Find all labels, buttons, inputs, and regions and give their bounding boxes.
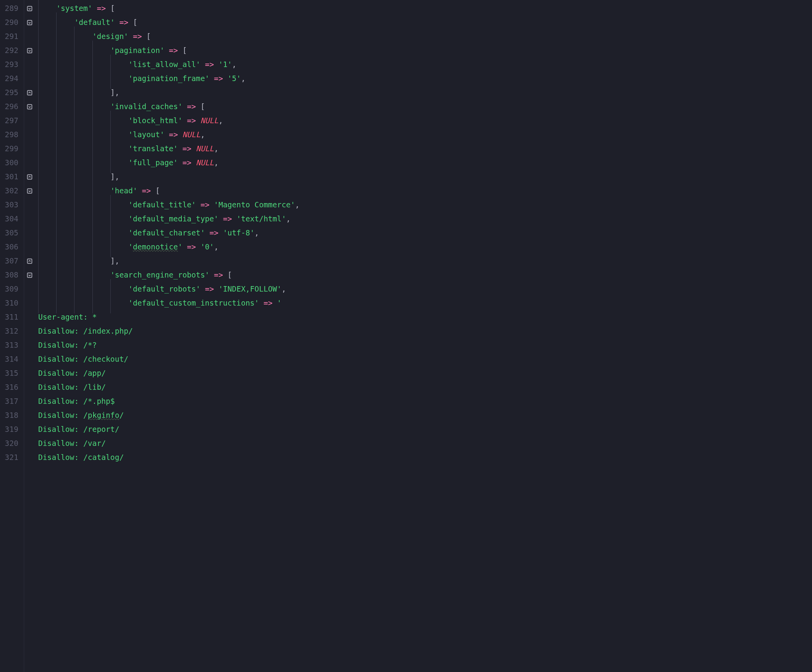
fold-toggle-icon[interactable]: [24, 44, 35, 58]
token-txt: [196, 200, 200, 209]
token-s: 'block_html': [128, 116, 183, 125]
line-number[interactable]: 294: [4, 72, 18, 86]
code-line[interactable]: Disallow: /checkout/: [38, 352, 807, 366]
code-line[interactable]: Disallow: /pkginfo/: [38, 409, 807, 423]
line-number[interactable]: 317: [4, 394, 18, 409]
line-number[interactable]: 299: [4, 142, 18, 156]
code-line[interactable]: 'default_custom_instructions' => ': [38, 296, 807, 310]
code-line[interactable]: 'design' => [: [38, 30, 807, 44]
code-line[interactable]: 'default_title' => 'Magento Commerce',: [38, 198, 807, 212]
line-number[interactable]: 315: [4, 366, 18, 380]
code-line[interactable]: ],: [38, 86, 807, 100]
code-line[interactable]: 'translate' => NULL,: [38, 142, 807, 156]
code-line[interactable]: Disallow: /var/: [38, 437, 807, 451]
code-line[interactable]: 'default_media_type' => 'text/html',: [38, 212, 807, 226]
line-number[interactable]: 314: [4, 352, 18, 366]
code-line[interactable]: Disallow: /*.php$: [38, 394, 807, 409]
line-number[interactable]: 292: [4, 44, 18, 58]
fold-toggle-icon[interactable]: [24, 86, 35, 100]
line-number[interactable]: 308: [4, 268, 18, 282]
token-s: 'system': [56, 4, 92, 13]
fold-toggle-icon[interactable]: [24, 184, 35, 198]
code-line[interactable]: Disallow: /app/: [38, 366, 807, 380]
code-line[interactable]: Disallow: /lib/: [38, 380, 807, 394]
line-number[interactable]: 309: [4, 282, 18, 296]
token-op: =>: [205, 60, 214, 69]
token-s: 'pagination': [110, 46, 165, 55]
code-line[interactable]: 'default_robots' => 'INDEX,FOLLOW',: [38, 282, 807, 296]
code-line[interactable]: ],: [38, 170, 807, 184]
line-number[interactable]: 304: [4, 212, 18, 226]
token-txt: [106, 4, 110, 13]
line-number[interactable]: 313: [4, 338, 18, 352]
code-line[interactable]: Disallow: /report/: [38, 423, 807, 437]
line-number[interactable]: 303: [4, 198, 18, 212]
line-number[interactable]: 307: [4, 254, 18, 268]
token-s: 'layout': [128, 130, 164, 139]
code-line[interactable]: 'layout' => NULL,: [38, 128, 807, 142]
code-line[interactable]: 'default' => [: [38, 16, 807, 30]
line-number[interactable]: 290: [4, 16, 18, 30]
code-line[interactable]: Disallow: /index.php/: [38, 324, 807, 338]
line-number[interactable]: 300: [4, 156, 18, 170]
scrollbar-track[interactable]: [807, 0, 812, 672]
line-number[interactable]: 298: [4, 128, 18, 142]
token-op: =>: [187, 116, 196, 125]
token-txt: [196, 102, 200, 111]
fold-toggle-icon[interactable]: [24, 2, 35, 16]
code-line[interactable]: 'invalid_caches' => [: [38, 100, 807, 114]
code-editor[interactable]: 2892902912922932942952962972982993003013…: [0, 0, 812, 672]
fold-spacer: [24, 296, 35, 310]
code-area[interactable]: 'system' => [ 'default' => [ 'design' =>…: [35, 0, 807, 672]
line-number[interactable]: 295: [4, 86, 18, 100]
token-txt: [205, 228, 209, 237]
code-line[interactable]: 'block_html' => NULL,: [38, 114, 807, 128]
code-line[interactable]: 'pagination_frame' => '5',: [38, 72, 807, 86]
fold-toggle-icon[interactable]: [24, 254, 35, 268]
line-number[interactable]: 293: [4, 58, 18, 72]
token-op: =>: [209, 228, 218, 237]
code-line[interactable]: 'list_allow_all' => '1',: [38, 58, 807, 72]
token-s: ': [128, 242, 133, 251]
token-op: =>: [183, 144, 191, 153]
fold-toggle-icon[interactable]: [24, 16, 35, 30]
line-number[interactable]: 305: [4, 226, 18, 240]
line-number[interactable]: 296: [4, 100, 18, 114]
line-number[interactable]: 318: [4, 409, 18, 423]
token-txt: [191, 158, 196, 167]
line-number[interactable]: 319: [4, 423, 18, 437]
code-line[interactable]: 'search_engine_robots' => [: [38, 268, 807, 282]
token-br: [: [200, 102, 205, 111]
line-number[interactable]: 301: [4, 170, 18, 184]
code-line[interactable]: 'demonotice' => '0',: [38, 240, 807, 254]
code-line[interactable]: Disallow: /*?: [38, 338, 807, 352]
line-number[interactable]: 291: [4, 30, 18, 44]
code-line[interactable]: Disallow: /catalog/: [38, 451, 807, 465]
line-number[interactable]: 302: [4, 184, 18, 198]
fold-spacer: [24, 409, 35, 423]
fold-toggle-icon[interactable]: [24, 170, 35, 184]
code-line[interactable]: 'head' => [: [38, 184, 807, 198]
code-line[interactable]: ],: [38, 254, 807, 268]
line-number[interactable]: 310: [4, 296, 18, 310]
line-number[interactable]: 321: [4, 451, 18, 465]
fold-toggle-icon[interactable]: [24, 268, 35, 282]
line-number[interactable]: 312: [4, 324, 18, 338]
line-number[interactable]: 297: [4, 114, 18, 128]
line-number[interactable]: 306: [4, 240, 18, 254]
fold-spacer: [24, 394, 35, 409]
line-number[interactable]: 289: [4, 2, 18, 16]
code-line[interactable]: 'default_charset' => 'utf-8',: [38, 226, 807, 240]
fold-spacer: [24, 30, 35, 44]
fold-toggle-icon[interactable]: [24, 100, 35, 114]
line-number[interactable]: 320: [4, 437, 18, 451]
code-line[interactable]: 'pagination' => [: [38, 44, 807, 58]
token-s: Disallow: /: [38, 411, 88, 420]
token-s: '1': [218, 60, 232, 69]
code-line[interactable]: 'system' => [: [38, 2, 807, 16]
code-line[interactable]: User-agent: *: [38, 310, 807, 324]
line-number[interactable]: 311: [4, 310, 18, 324]
line-number[interactable]: 316: [4, 380, 18, 394]
svg-rect-0: [27, 6, 32, 11]
code-line[interactable]: 'full_page' => NULL,: [38, 156, 807, 170]
